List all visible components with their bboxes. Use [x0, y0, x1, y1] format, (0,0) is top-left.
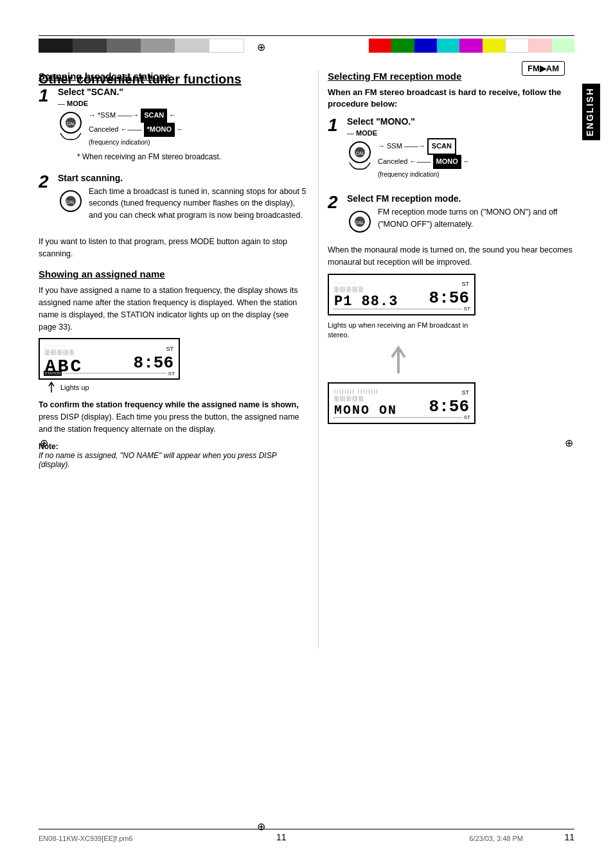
crosshair-bottom-center: ⊕: [257, 820, 265, 833]
scan-step1-note: * When receiving an FM stereo broadcast.: [77, 152, 308, 161]
fm-display-bottom: |||||||| |||||||| |||·|||·|||·|||·||| MO…: [328, 382, 475, 424]
scan-step1: 1 Select "SCAN." — MODE DAL: [39, 87, 308, 164]
fm-top-bottom-bar: ST: [333, 306, 470, 312]
fm-top-time: 8:56: [429, 288, 469, 308]
scan-step2-label: Start scanning.: [58, 173, 308, 183]
fm-freq-label: (frequency indication): [378, 169, 470, 181]
scan-step2-number: 2: [39, 173, 49, 191]
scan-step2-body: DAL Each time a broadcast is tuned in, s…: [58, 186, 308, 227]
color-bar-r5: [459, 39, 482, 53]
fm-display-top-wrapper: ........ |||·|||·|||·|||·||| P1 88.3 ST …: [328, 274, 585, 315]
fm-display-bot-right: ST 8:56: [429, 389, 469, 416]
fm-top-seg: |||·|||·|||·|||·|||: [334, 286, 429, 292]
fm-top-dots: ........: [334, 279, 429, 285]
fm-mode-label: MODE: [356, 129, 377, 137]
fm-mono-box: MONO: [433, 155, 461, 169]
fm-top-st: ST: [461, 281, 469, 287]
fm-step1-label: Select "MONO.": [347, 116, 585, 127]
fm-lights-up-text: Lights up when receiving an FM broadcast…: [328, 321, 475, 341]
fm-scan-box: SCAN: [427, 138, 456, 155]
footer-center-number: 11: [276, 832, 287, 842]
svg-text:DAL: DAL: [66, 200, 75, 204]
color-bar-r1: [369, 39, 391, 53]
vertical-divider: [318, 71, 319, 649]
abc-seg-row: |||·|||·|||·|||·|||: [45, 349, 134, 355]
fm-step2-icon: DAL: [347, 209, 373, 235]
fm-display-top-right: ST 8:56: [429, 281, 469, 308]
lights-up-label: Lights up: [60, 384, 89, 391]
left-column: Scanning broadcast stations 1 Select "SC…: [39, 71, 308, 469]
scan-step2-text: Each time a broadcast is tuned in, scann…: [89, 186, 308, 222]
scan-knob-svg: DAL: [58, 109, 84, 141]
footer-left-text: EN08-11KW-XC939[EE]f.pm6: [39, 835, 133, 842]
scan-flow-row1: → *SSM ——→ SCAN ←: [89, 109, 184, 123]
fm-bot-time: 8:56: [429, 397, 469, 416]
fm-bot-dots: |||||||| ||||||||: [334, 388, 429, 394]
color-bar-1: [39, 39, 73, 53]
fm-mode-diagram: — MODE DAL → SSM ——→: [347, 129, 585, 181]
fm-display-top: ........ |||·|||·|||·|||·||| P1 88.3 ST …: [328, 274, 475, 315]
top-border-line: [39, 35, 574, 36]
note-text: If no name is assigned, "NO NAME" will a…: [39, 451, 308, 469]
confirm-bold: To confirm the station frequency while t…: [39, 400, 299, 409]
fm-arrow-container: [386, 344, 585, 378]
fm-top-st-small: ST: [464, 306, 470, 312]
fm-step2-content: Select FM reception mode. DAL FM recepti…: [347, 193, 585, 236]
note-section: Note: If no name is assigned, "NO NAME" …: [39, 442, 308, 469]
abc-display-right: ST 8:56: [134, 346, 173, 373]
color-bar-6: [209, 39, 244, 53]
crosshair-top-center: ⊕: [257, 41, 265, 53]
scan-after-text: If you want to listen to that program, p…: [39, 236, 308, 260]
fm-bot-progress: [333, 417, 463, 418]
color-bar-r9: [552, 39, 574, 53]
fm-canceled-label: Canceled ←——: [378, 155, 431, 168]
color-bar-r8: [529, 39, 551, 53]
scan-mono-box: *MONO: [144, 123, 175, 137]
abc-time: 8:56: [134, 353, 173, 373]
fm-big-arrow: [386, 344, 411, 376]
scan-arrow2: ——→: [118, 109, 139, 122]
fm-bot-st: ST: [461, 389, 469, 396]
scan-step1-number: 1: [39, 87, 49, 105]
color-bar-2: [73, 39, 107, 53]
confirm-text: To confirm the station frequency while t…: [39, 399, 308, 435]
fm-flow-row2: Canceled ←—— MONO ←: [378, 155, 470, 169]
scan-flow: → *SSM ——→ SCAN ← Canceled ←—— *MONO ←: [89, 109, 184, 148]
fm-step1-content: Select "MONO." — MODE DAL →: [347, 116, 585, 181]
fm-knob-svg: DAL: [347, 138, 373, 170]
abc-progress-bar: [63, 373, 167, 374]
abc-st-small: ST: [168, 371, 175, 376]
fm-display-bot-left: |||||||| |||||||| |||·|||·|||·|||·||| MO…: [334, 388, 429, 418]
fm-mode-text: — MODE: [347, 129, 585, 137]
lights-up-container: Lights up: [45, 381, 308, 394]
assigned-name-body: If you have assigned a name to a station…: [39, 285, 308, 333]
scan-arrow3: ←: [169, 109, 176, 122]
color-bar-r4: [437, 39, 459, 53]
left-color-bars: [39, 39, 244, 53]
fm-display-bottom-wrapper: |||||||| |||||||| |||·|||·|||·|||·||| MO…: [328, 382, 585, 424]
fm-arrow4: ←: [463, 155, 470, 168]
fm-diagram-row: DAL → SSM ——→ SCAN Canceled ←——: [347, 138, 585, 181]
scan-mode-label: MODE: [67, 100, 88, 107]
fm-bot-bottom-bar: ST: [333, 414, 470, 421]
color-bar-r7: [505, 39, 529, 53]
abc-st-indicator: ST: [166, 346, 173, 352]
fm-arrow2: ——→: [404, 140, 425, 153]
fm-step1-number: 1: [328, 116, 338, 134]
fm-arrow1: →: [378, 140, 385, 153]
scan-step2: 2 Start scanning. DAL Each time a broadc…: [39, 173, 308, 227]
color-bar-r3: [414, 39, 437, 53]
scan-arrow1: →: [89, 109, 96, 122]
svg-text:DAL: DAL: [67, 121, 76, 126]
station-indicator: STATION: [44, 371, 62, 376]
color-bar-r6: [483, 39, 505, 53]
fm-ssm-label: SSM: [387, 140, 402, 153]
right-column: Selecting FM reception mode When an FM s…: [328, 71, 585, 427]
scan-knob-container: DAL: [58, 109, 84, 143]
scan-freq-label: (frequency indication): [89, 137, 184, 148]
bottom-border-line: [39, 829, 574, 829]
abc-display: ........ |||·|||·|||·|||·||| ABC ST 8:56…: [39, 338, 180, 380]
scan-step2-icon: DAL: [58, 188, 84, 214]
fm-step2-text: FM reception mode turns on ("MONO ON") a…: [378, 206, 585, 231]
fm-step2-label: Select FM reception mode.: [347, 193, 585, 204]
